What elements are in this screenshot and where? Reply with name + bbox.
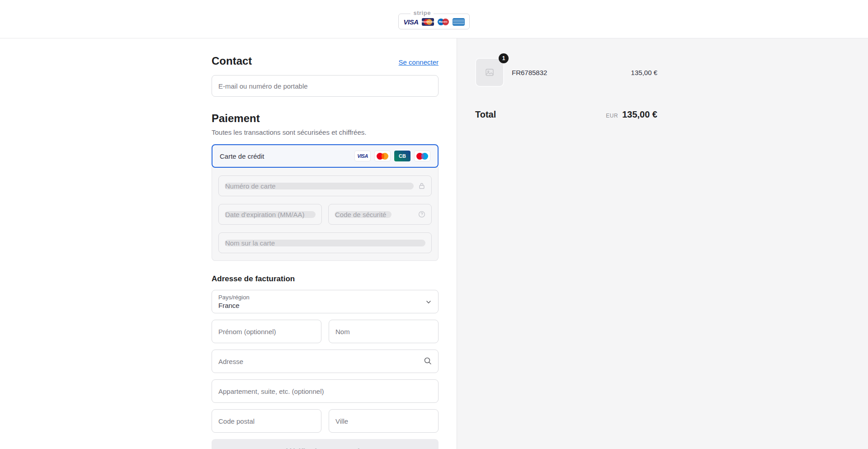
item-price: 135,00 € (631, 69, 657, 76)
lock-icon (418, 182, 425, 189)
card-cvc-field[interactable]: Code de sécurité (328, 204, 432, 225)
total-row: Total EUR 135,00 € (475, 109, 657, 120)
chevron-down-icon (425, 299, 432, 307)
address-input[interactable] (212, 350, 439, 373)
card-expiry-field[interactable]: Date d'expiration (MM/AA) (218, 204, 322, 225)
signin-link[interactable]: Se connecter (399, 58, 439, 66)
contact-title: Contact (212, 55, 252, 67)
visa-logo-icon: VISA (403, 18, 418, 26)
last-name-input[interactable] (329, 320, 439, 343)
checkout-page: stripe VISA MasterCard Maestro Contact S… (0, 0, 868, 449)
search-icon (423, 356, 432, 367)
card-details-form: Numéro de carte (212, 167, 439, 261)
mastercard-icon (374, 151, 391, 161)
city-input[interactable] (329, 409, 439, 433)
mastercard-logo-icon: MasterCard (422, 18, 434, 26)
help-icon (418, 211, 425, 218)
card-expiry-placeholder: Date d'expiration (MM/AA) (225, 211, 304, 218)
country-select[interactable]: Pays/région France (212, 290, 439, 313)
header: stripe VISA MasterCard Maestro (0, 0, 868, 38)
billing-title: Adresse de facturation (212, 274, 439, 284)
email-input[interactable] (212, 75, 439, 97)
payment-method-label: Carte de crédit (220, 152, 264, 160)
maestro-logo-icon: Maestro (437, 18, 449, 26)
country-value: France (218, 302, 432, 309)
card-name-placeholder: Nom sur la carte (225, 240, 275, 246)
payment-title: Paiement (212, 112, 439, 125)
product-image-placeholder (475, 58, 504, 87)
address2-input[interactable] (212, 379, 439, 403)
maestro-icon (414, 151, 430, 161)
quantity-badge: 1 (499, 53, 509, 63)
card-cvc-placeholder: Code de sécurité (335, 211, 386, 218)
payment-method-card[interactable]: Carte de crédit VISA CB (212, 144, 439, 168)
total-value: 135,00 € (622, 109, 657, 120)
item-name: FR6785832 (512, 69, 547, 76)
country-label: Pays/région (218, 294, 432, 301)
stripe-payment-badge: stripe VISA MasterCard Maestro (398, 14, 469, 29)
card-number-field[interactable]: Numéro de carte (218, 175, 432, 196)
currency-code: EUR (606, 113, 618, 119)
stripe-logo: stripe (410, 9, 433, 16)
payment-subtitle: Toutes les transactions sont sécurisées … (212, 128, 439, 136)
card-number-placeholder: Numéro de carte (225, 183, 276, 189)
first-name-input[interactable] (212, 320, 321, 343)
review-order-button[interactable]: Vérifier la commande (212, 439, 439, 449)
visa-icon: VISA (354, 151, 371, 161)
amex-logo-icon (453, 18, 465, 26)
card-name-field[interactable]: Nom sur la carte (218, 232, 432, 253)
card-brand-chips: VISA CB (354, 151, 430, 161)
checkout-form-panel: Contact Se connecter Paiement Toutes les… (0, 38, 457, 449)
cartes-bancaires-icon: CB (394, 151, 410, 161)
total-label: Total (475, 109, 496, 120)
order-summary-panel: 1 FR6785832 135,00 € Total EUR 135,00 € (457, 38, 868, 449)
postal-code-input[interactable] (212, 409, 321, 433)
order-item-row: 1 FR6785832 135,00 € (475, 58, 657, 87)
